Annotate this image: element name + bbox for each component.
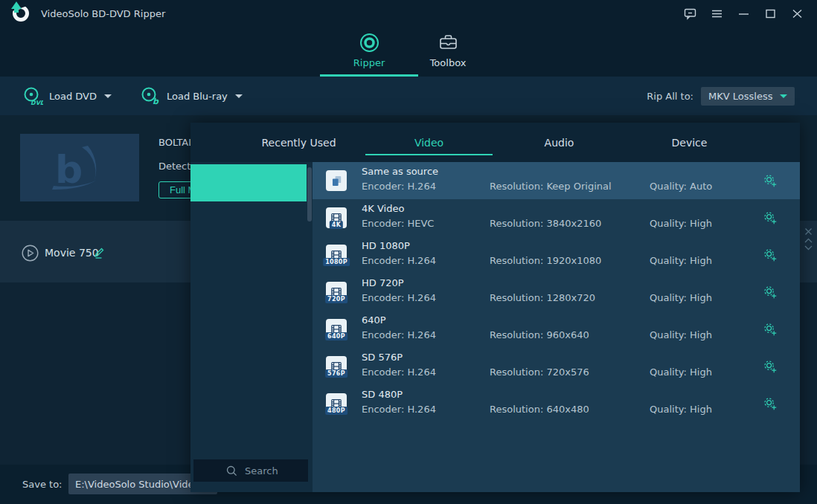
- chevron-down-icon[interactable]: [804, 245, 813, 251]
- load-dvd-label: Load DVD: [49, 91, 97, 102]
- chevron-down-icon: [235, 94, 243, 98]
- profile-resolution: Resolution: 960x640: [490, 329, 589, 340]
- panel-edge-controls: [801, 227, 815, 251]
- profile-quality: Quality: High: [650, 366, 712, 378]
- tab-toolbox[interactable]: Toolbox: [408, 27, 487, 77]
- profile-name: 640P: [362, 314, 386, 326]
- svg-text:b: b: [153, 97, 159, 106]
- profile-row[interactable]: 720P HD 720P Encoder: H.264 Resolution: …: [313, 274, 800, 311]
- disc-thumbnail[interactable]: b: [20, 134, 139, 201]
- profile-row[interactable]: 480P SD 480P Encoder: H.264 Resolution: …: [313, 385, 800, 422]
- format-items: [190, 164, 313, 462]
- bluray-logo: b: [39, 138, 121, 198]
- format-item[interactable]: [190, 313, 307, 350]
- tab-device[interactable]: Device: [624, 123, 754, 162]
- profile-encoder: Encoder: H.264: [362, 181, 436, 192]
- close-button[interactable]: [791, 7, 804, 20]
- format-panel-tabs: Recently Used Video Audio Device: [190, 123, 800, 162]
- tab-toolbox-label: Toolbox: [430, 57, 467, 68]
- resolution-badge: 576P: [325, 369, 347, 378]
- profile-quality: Quality: High: [650, 329, 712, 340]
- profile-resolution: Resolution: 1280x720: [490, 292, 595, 303]
- profile-row[interactable]: 640P 640P Encoder: H.264 Resolution: 960…: [313, 311, 800, 348]
- maximize-button[interactable]: [764, 7, 777, 20]
- search-input[interactable]: [245, 465, 304, 476]
- minimize-button[interactable]: [737, 7, 750, 20]
- load-bluray-label: Load Blu-ray: [167, 91, 228, 102]
- profile-encoder: Encoder: H.264: [362, 404, 436, 415]
- format-item[interactable]: [190, 350, 307, 387]
- profile-icon: 720P: [326, 282, 347, 303]
- chevron-up-icon[interactable]: [804, 237, 813, 244]
- load-bluray-button[interactable]: b Load Blu-ray: [140, 86, 243, 106]
- rip-all-to-label: Rip All to:: [647, 91, 693, 102]
- profile-row[interactable]: 1080P HD 1080P Encoder: H.264 Resolution…: [313, 236, 800, 274]
- chevron-down-icon: [104, 94, 112, 98]
- profile-list: Same as source Encoder: H.264 Resolution…: [313, 162, 800, 492]
- rip-all-to-select[interactable]: MKV Lossless: [701, 87, 795, 106]
- chevron-down-icon: [780, 94, 787, 98]
- profile-resolution: Resolution: 720x576: [490, 366, 589, 378]
- profile-resolution: Resolution: 1920x1080: [490, 255, 601, 266]
- movie-title: Movie 750: [45, 247, 99, 259]
- toolbox-icon: [438, 33, 458, 53]
- profile-name: HD 720P: [362, 277, 404, 288]
- svg-text:DVD: DVD: [31, 100, 43, 106]
- play-icon[interactable]: [22, 245, 38, 261]
- profile-resolution: Resolution: Keep Original: [490, 181, 612, 192]
- profile-quality: Quality: High: [650, 292, 712, 303]
- profile-quality: Quality: High: [650, 404, 712, 415]
- profile-encoder: Encoder: HEVC: [362, 218, 434, 229]
- format-panel: Recently Used Video Audio Device: [190, 123, 800, 492]
- profile-settings-gear-icon[interactable]: [763, 396, 778, 411]
- format-list: [190, 162, 313, 492]
- load-dvd-button[interactable]: DVD Load DVD: [22, 86, 112, 106]
- profile-row[interactable]: 4K 4K Video Encoder: HEVC Resolution: 38…: [313, 199, 800, 236]
- feedback-icon[interactable]: [684, 7, 696, 20]
- app-logo-icon: [11, 3, 32, 24]
- profile-settings-gear-icon[interactable]: [763, 248, 778, 262]
- format-scrollbar[interactable]: [307, 167, 312, 222]
- svg-text:b: b: [55, 147, 83, 192]
- profile-icon: [326, 170, 347, 191]
- profile-settings-gear-icon[interactable]: [763, 210, 778, 225]
- profile-icon: 640P: [326, 319, 347, 340]
- resolution-badge: 4K: [330, 221, 343, 229]
- title-bar: VideoSolo BD-DVD Ripper: [0, 0, 817, 27]
- tab-video[interactable]: Video: [364, 123, 494, 162]
- profile-icon: 4K: [326, 207, 347, 228]
- format-item[interactable]: [190, 164, 307, 201]
- edit-title-icon[interactable]: [93, 246, 106, 259]
- profile-quality: Quality: High: [650, 255, 712, 266]
- search-box[interactable]: [193, 459, 308, 482]
- profile-icon: 576P: [326, 356, 347, 377]
- main-nav: Ripper Toolbox: [0, 27, 817, 77]
- profile-settings-gear-icon[interactable]: [763, 359, 778, 374]
- bluray-disc-icon: b: [140, 86, 161, 106]
- profile-settings-gear-icon[interactable]: [763, 285, 778, 300]
- close-panel-icon[interactable]: [804, 227, 813, 236]
- tab-audio[interactable]: Audio: [494, 123, 624, 162]
- resolution-badge: 640P: [325, 332, 347, 340]
- format-item[interactable]: [190, 387, 307, 424]
- resolution-badge: 1080P: [323, 258, 350, 266]
- format-item[interactable]: [190, 424, 307, 462]
- tab-ripper[interactable]: Ripper: [330, 27, 408, 77]
- profile-name: HD 1080P: [362, 240, 410, 251]
- rip-all-to-value: MKV Lossless: [708, 91, 778, 102]
- format-item[interactable]: [190, 239, 307, 276]
- profile-settings-gear-icon[interactable]: [763, 322, 778, 337]
- menu-icon[interactable]: [711, 7, 723, 20]
- copy-icon: [330, 175, 343, 187]
- format-item[interactable]: [190, 276, 307, 313]
- dvd-disc-icon: DVD: [22, 86, 43, 106]
- profile-row[interactable]: Same as source Encoder: H.264 Resolution…: [313, 162, 800, 199]
- profile-encoder: Encoder: H.264: [362, 255, 436, 266]
- profile-name: Same as source: [362, 166, 438, 177]
- format-item[interactable]: [190, 201, 307, 239]
- app-title: VideoSolo BD-DVD Ripper: [41, 8, 165, 19]
- profile-row[interactable]: 576P SD 576P Encoder: H.264 Resolution: …: [313, 348, 800, 385]
- profile-encoder: Encoder: H.264: [362, 329, 436, 340]
- tab-recently-used[interactable]: Recently Used: [234, 123, 364, 162]
- profile-settings-gear-icon[interactable]: [763, 173, 778, 188]
